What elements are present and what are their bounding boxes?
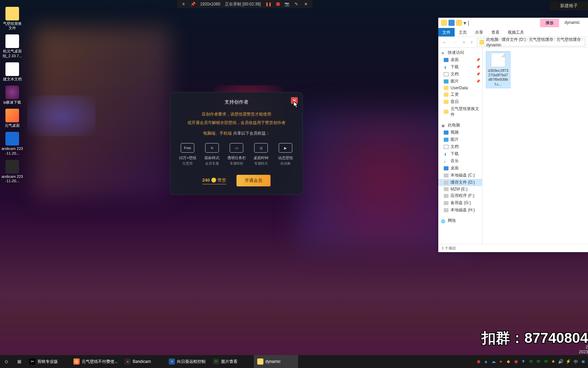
back-button[interactable]: ← [441,40,448,45]
feature-subtitle: 会员专属 [202,161,222,166]
chevron-right-icon: › [526,38,529,42]
nav-item[interactable]: 应用程序 (F:) [438,192,482,199]
pin-icon: 📌 [476,65,480,69]
chevron-right-icon: › [581,38,583,42]
stop-icon[interactable] [276,2,280,6]
feature-item: ▶ 动态壁纸 自动换 [275,143,296,166]
desktop-icon[interactable]: andicam 223-11-20... [1,132,23,155]
desktop-icon-image [5,62,19,76]
ribbon-tab[interactable]: 主页 [455,28,471,36]
address-bar-row: ← → ▾ ↑ 此电脑 › 缓存文件 (D:) › 元气壁纸缓存 › 元气壁纸缓… [438,37,588,48]
feature-title: 10万+壁纸 [177,155,198,160]
menu-icon[interactable]: ≡ [181,2,186,6]
ime-icon[interactable]: 中 [573,359,578,364]
desktop-icon[interactable]: 机元气桌面纸_2.33.7... [1,34,23,58]
feature-list: Free 10万+壁纸 任意用 ↻ 鼠标样式 会员专属 ▭ 透明任务栏 专属特权… [170,143,303,166]
qat-icon-2[interactable] [456,20,462,26]
explorer-titlebar[interactable]: ▾ | 播放 dynamic [438,18,588,28]
qat-icon[interactable] [448,20,455,26]
nav-item[interactable]: 本地磁盘 (H:) [438,206,482,214]
close-icon[interactable]: ✕ [304,2,308,6]
taskbar-item[interactable]: ● Bandicam [121,355,165,368]
nav-item[interactable]: 桌面📌 [438,56,482,63]
up-button[interactable]: ↑ [469,40,474,45]
desktop-icon[interactable]: 建文本文档 [1,62,23,81]
taskbar-item[interactable]: ✉ 图片查看 [210,355,254,368]
volume-icon[interactable]: 🔊 [558,359,564,364]
nav-item[interactable]: 备用盘 (G:) [438,199,482,206]
nav-item[interactable]: 文档 [438,143,482,150]
file-list[interactable]: d359ec1ff73270a8f7bd7d87f8e939bf.c... [483,48,588,244]
contextual-tab-play[interactable]: 播放 [540,19,559,27]
nav-item[interactable]: 图片📌 [438,78,482,85]
nav-item[interactable]: 壹启 [438,98,482,105]
nav-this-pc[interactable]: 此电脑 [438,122,482,129]
open-vip-button[interactable]: 开通会员 [236,175,271,186]
nav-item[interactable]: 工资 [438,91,482,98]
nav-item[interactable]: 缓存文件 (D:) [438,179,482,186]
nav-item[interactable]: MZM (E:) [438,186,482,192]
tray-icon[interactable]: ✉ [528,359,534,364]
new-grid-button[interactable]: 新建格子 [550,1,588,10]
nav-item[interactable]: 下载 [438,150,482,157]
pencil-icon[interactable]: ✎ [294,2,299,6]
desktop-icon[interactable]: andicam 223-11-20... [1,160,23,183]
desktop-icon[interactable]: ip极速下载 [1,86,23,105]
start-button[interactable]: ○ [0,355,13,368]
network-icon[interactable]: ⚡ [566,359,571,364]
nav-item[interactable]: 桌面 [438,165,482,172]
desktop-icon[interactable]: 气壁纸替换文件 [1,7,23,30]
nav-quick-access[interactable]: 快速访问 [438,49,482,56]
file-item[interactable]: d359ec1ff73270a8f7bd7d87f8e939bf.c... [486,51,510,88]
tray-icon[interactable]: ● [498,359,504,364]
recent-dropdown[interactable]: ▾ [461,40,467,45]
ribbon-tab[interactable]: 文件 [438,28,455,36]
tray-icon[interactable]: ◉ [513,359,519,364]
tray-icon[interactable]: ▼ [521,359,526,364]
tray-icon[interactable]: ✉ [543,359,549,364]
desktop-icon[interactable]: 元气桌面 [1,109,23,128]
nav-item[interactable]: 音乐 [438,157,482,165]
tray-icon[interactable]: ✉ [536,359,541,364]
nav-item[interactable]: 元气壁纸替换文件 [438,105,482,118]
camera-icon[interactable]: 📷 [284,2,289,6]
tray-icon[interactable]: ★ [551,359,556,364]
ribbon-tab[interactable]: 查看 [487,28,504,36]
reward-link[interactable]: 240 🪙 赞赏 [202,177,227,184]
task-view-button[interactable]: ⊞ [13,355,26,368]
desktop-icon-label: 气壁纸替换文件 [1,21,23,30]
nav-item[interactable]: 图片 [438,136,482,143]
nav-item[interactable]: UserData [438,85,482,91]
nav-item[interactable]: 视频 [438,129,482,136]
nav-item[interactable]: 下载📌 [438,63,482,71]
feature-icon: Free [181,143,194,153]
nav-network[interactable]: 网络 [438,217,482,224]
tray-icon[interactable]: ◉ [476,359,481,364]
pin-icon[interactable]: 📌 [191,2,195,6]
qat-dropdown-icon[interactable]: ▾ | [463,20,469,26]
tray-icon[interactable]: ◙ [581,359,586,364]
breadcrumb-item[interactable]: dynamic [486,43,502,47]
ribbon-tab[interactable]: 共享 [471,28,487,36]
forward-button[interactable]: → [451,40,459,45]
taskbar-item[interactable]: dynamic [254,355,298,368]
file-icon [491,53,505,67]
nav-item[interactable]: 本地磁盘 (C:) [438,172,482,179]
feature-icon: ▭ [230,143,243,153]
pause-icon[interactable]: ❚❚ [265,2,272,6]
feature-subtitle: 专属样式 [251,161,271,166]
breadcrumb-item[interactable]: 此电脑 [486,37,499,42]
taskbar-item[interactable]: ☀ 向日葵远程控制 [165,355,210,368]
breadcrumb-item[interactable]: 元气壁纸缓存 [529,37,553,42]
tray-icon[interactable]: ☁ [491,359,496,364]
ribbon-tabs: 文件主页共享查看视频工具 [438,28,588,37]
ribbon-tab[interactable]: 视频工具 [504,28,528,36]
breadcrumb-item[interactable]: 元气壁纸缓存 [556,37,581,42]
nav-item[interactable]: 文档📌 [438,71,482,78]
tray-icon[interactable]: ▲ [483,359,489,364]
address-bar[interactable]: 此电脑 › 缓存文件 (D:) › 元气壁纸缓存 › 元气壁纸缓存 › dyna… [477,38,585,46]
taskbar-item[interactable]: ✂ 剪映专业版 [26,355,70,368]
breadcrumb-item[interactable]: 缓存文件 (D:) [502,37,526,42]
tray-icon[interactable]: ◆ [506,359,511,364]
taskbar-item[interactable]: ◎ 元气壁纸不付费使... [70,355,121,368]
